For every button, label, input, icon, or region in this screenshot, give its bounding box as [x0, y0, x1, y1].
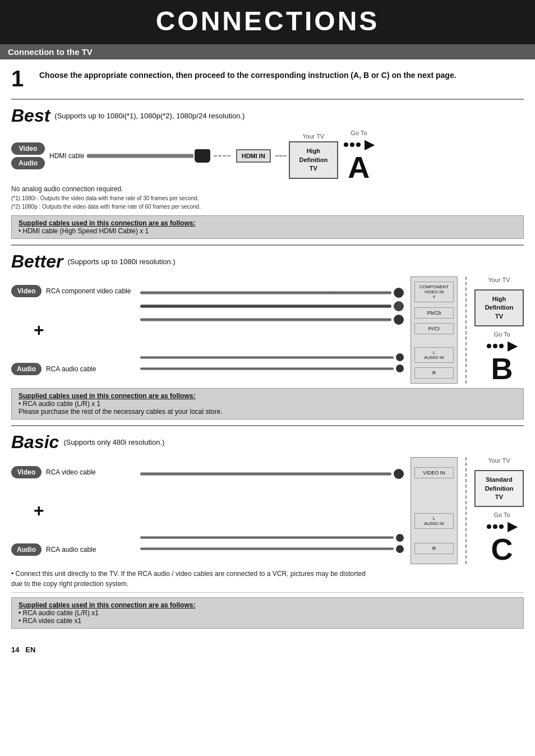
- better-goto: Go To ▶ B: [487, 331, 517, 384]
- best-section: Best (Supports up to 1080i(*1), 1080p(*2…: [11, 99, 524, 239]
- best-audio-badge: Audio: [11, 157, 45, 169]
- basic-supplied-title: Supplied cables used in this connection …: [19, 601, 195, 609]
- basic-audio-port: L AUDIO IN: [414, 513, 454, 529]
- best-note: No analog audio connection required.: [11, 185, 524, 193]
- basic-section: Basic (Supports only 480i resolution.) V…: [11, 425, 524, 629]
- basic-audio-badge: Audio: [11, 543, 41, 556]
- basic-goto: Go To ▶ C: [487, 511, 517, 564]
- best-cable-label: HDMI cable: [49, 152, 85, 160]
- better-your-tv: Your TV: [488, 276, 510, 283]
- best-quality-row: Best (Supports up to 1080i(*1), 1080p(*2…: [11, 105, 524, 126]
- step-block: 1 Choose the appropriate connection, the…: [11, 59, 524, 95]
- best-fn1: (*1) 1080i : Outputs the video data with…: [11, 194, 524, 202]
- better-section: Better (Supports up to 1080i resolution.…: [11, 245, 524, 420]
- basic-supplied-item-1: • RCA video cable x1: [19, 617, 81, 625]
- basic-video-port: VIDEO IN: [414, 467, 454, 478]
- better-ports: COMPONENT VIDEO IN Y Pb/Cb Pr/Cr L AUDIO…: [411, 276, 458, 384]
- basic-quality-row: Basic (Supports only 480i resolution.): [11, 432, 524, 453]
- basic-ports: VIDEO IN L AUDIO IN R: [411, 457, 458, 564]
- page-title: CONNECTIONS: [0, 6, 535, 36]
- better-video-badge: Video: [11, 285, 41, 297]
- step-text: Choose the appropriate connection, then …: [39, 67, 456, 80]
- better-supplied-item-0: • RCA audio cable (L/R) x 1: [19, 400, 100, 408]
- better-port-bot: Pr/Cr: [414, 323, 454, 334]
- best-video-badge: Video: [11, 142, 45, 155]
- better-quality-row: Better (Supports up to 1080i resolution.…: [11, 251, 524, 272]
- better-audio-badge: Audio: [11, 363, 41, 375]
- best-fn2: (*2) 1080p : Outputs the video data with…: [11, 202, 524, 211]
- page-lang: EN: [25, 646, 35, 654]
- basic-your-tv: Your TV: [488, 457, 510, 464]
- basic-plus: +: [34, 500, 135, 521]
- best-goto: Go To ▶ A: [344, 130, 374, 182]
- best-subtitle: (Supports up to 1080i(*1), 1080p(*2), 10…: [54, 112, 245, 120]
- best-supplied-title: Supplied cables used in this connection …: [19, 219, 195, 227]
- basic-heading: Basic: [11, 432, 59, 453]
- basic-audio-row: Audio RCA audio cable: [11, 543, 135, 556]
- basic-diagram: Video RCA video cable + Audio RCA audio …: [11, 457, 524, 564]
- page-footer: 14 EN: [0, 639, 535, 661]
- better-supplied-title: Supplied cables used in this connection …: [19, 392, 195, 400]
- better-diagram: Video RCA component video cable + Audio …: [11, 276, 524, 384]
- section-header: Connection to the TV: [0, 44, 535, 59]
- better-subtitle: (Supports up to 1080i resolution.): [67, 257, 175, 266]
- better-tv-box: High Definition TV: [474, 289, 524, 326]
- best-tv-box: High Definition TV: [289, 141, 338, 178]
- better-audio-cable: RCA audio cable: [46, 365, 96, 373]
- hdmi-in-port: HDMI IN: [236, 149, 271, 163]
- better-audio-port-r: R: [414, 367, 454, 379]
- basic-subtitle: (Supports only 480i resolution.): [63, 438, 164, 446]
- best-supplied-box: Supplied cables used in this connection …: [11, 215, 524, 239]
- page-header: CONNECTIONS: [0, 0, 535, 44]
- basic-supplied-item-0: • RCA audio cable (L/R) x1: [19, 609, 99, 617]
- step-number: 1: [11, 67, 31, 90]
- basic-audio-port-r: R: [414, 543, 454, 554]
- basic-video-cable: RCA video cable: [46, 468, 96, 476]
- better-heading: Better: [11, 251, 63, 272]
- better-audio-row: Audio RCA audio cable: [11, 363, 135, 375]
- better-port-top: COMPONENT VIDEO IN Y: [414, 282, 454, 302]
- basic-video-badge: Video: [11, 466, 41, 478]
- best-your-tv: Your TV: [302, 133, 324, 140]
- better-plus: +: [34, 320, 135, 340]
- better-supplied-box: Supplied cables used in this connection …: [11, 388, 524, 420]
- better-port-mid: Pb/Cb: [414, 307, 454, 319]
- basic-audio-cable: RCA audio cable: [46, 546, 96, 554]
- better-supplied-item-1: Please purchase the rest of the necessar…: [19, 408, 223, 416]
- better-video-cable: RCA component video cable: [46, 287, 131, 295]
- main-content: 1 Choose the appropriate connection, the…: [0, 59, 535, 639]
- page-number: 14: [11, 646, 19, 654]
- basic-tv-box: Standard Definition TV: [474, 470, 524, 507]
- better-video-row: Video RCA component video cable: [11, 285, 135, 297]
- best-supplied-item-0: • HDMI cable (High Speed HDMI Cable) x 1: [19, 227, 149, 235]
- basic-supplied-box: Supplied cables used in this connection …: [11, 597, 524, 629]
- better-audio-port: L AUDIO IN: [414, 347, 454, 363]
- basic-bottom-note: • Connect this unit directly to the TV. …: [11, 569, 524, 589]
- basic-video-row: Video RCA video cable: [11, 466, 135, 478]
- best-heading: Best: [11, 105, 50, 126]
- best-diagram: Video Audio HDMI cable HDMI IN Your TV: [11, 130, 524, 182]
